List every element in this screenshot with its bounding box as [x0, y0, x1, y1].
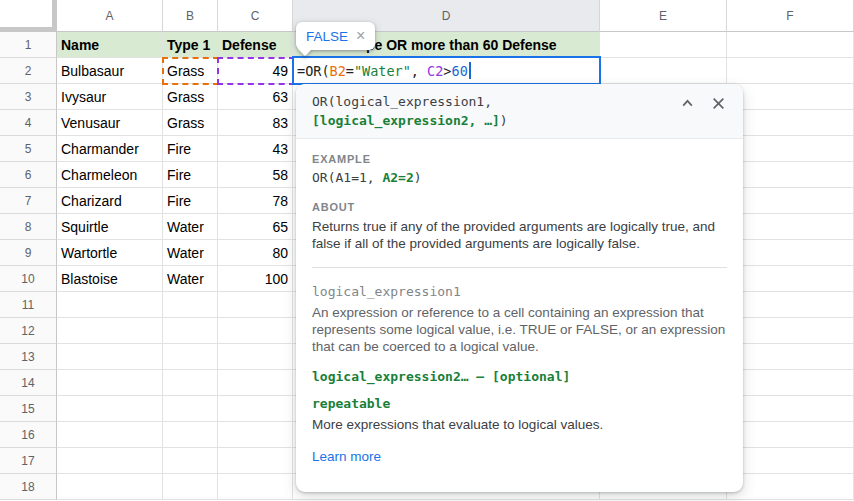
cell-C8[interactable]: 65 — [218, 214, 293, 240]
cell-C14[interactable] — [218, 370, 293, 396]
cell-C4[interactable]: 83 — [218, 110, 293, 136]
cell-F8[interactable] — [727, 214, 854, 240]
cell-F3[interactable] — [727, 84, 854, 110]
cell-F6[interactable] — [727, 162, 854, 188]
cell-B17[interactable] — [163, 448, 218, 474]
cell-A3[interactable]: Ivysaur — [57, 84, 163, 110]
cell-F5[interactable] — [727, 136, 854, 162]
cell-C3[interactable]: 63 — [218, 84, 293, 110]
cell-F1[interactable] — [727, 32, 854, 58]
row-header-7[interactable]: 7 — [0, 188, 57, 214]
row-header-11[interactable]: 11 — [0, 292, 57, 318]
cell-C7[interactable]: 78 — [218, 188, 293, 214]
cell-F13[interactable] — [727, 344, 854, 370]
collapse-button[interactable] — [679, 95, 695, 111]
cell-F11[interactable] — [727, 292, 854, 318]
cell-A4[interactable]: Venusaur — [57, 110, 163, 136]
close-icon[interactable]: × — [356, 28, 365, 44]
cell-A15[interactable] — [57, 396, 163, 422]
row-header-15[interactable]: 15 — [0, 396, 57, 422]
cell-C16[interactable] — [218, 422, 293, 448]
cell-B1[interactable]: Type 1 — [163, 32, 218, 58]
select-all-corner[interactable] — [0, 0, 57, 32]
cell-C9[interactable]: 80 — [218, 240, 293, 266]
cell-A1[interactable]: Name — [57, 32, 163, 58]
cell-B10[interactable]: Water — [163, 266, 218, 292]
cell-C15[interactable] — [218, 396, 293, 422]
cell-B16[interactable] — [163, 422, 218, 448]
row-header-9[interactable]: 9 — [0, 240, 57, 266]
cell-F15[interactable] — [727, 396, 854, 422]
close-popup-button[interactable] — [710, 95, 726, 111]
row-header-5[interactable]: 5 — [0, 136, 57, 162]
cell-B5[interactable]: Fire — [163, 136, 218, 162]
formula-editor[interactable]: =OR(B2="Water", C2>60 — [292, 56, 601, 85]
cell-F16[interactable] — [727, 422, 854, 448]
row-header-2[interactable]: 2 — [0, 58, 57, 84]
cell-A8[interactable]: Squirtle — [57, 214, 163, 240]
row-header-12[interactable]: 12 — [0, 318, 57, 344]
column-header-F[interactable]: F — [727, 0, 854, 32]
cell-B9[interactable]: Water — [163, 240, 218, 266]
cell-A2[interactable]: Bulbasaur — [57, 58, 163, 84]
column-header-E[interactable]: E — [600, 0, 727, 32]
cell-F17[interactable] — [727, 448, 854, 474]
cell-C10[interactable]: 100 — [218, 266, 293, 292]
cell-B7[interactable]: Fire — [163, 188, 218, 214]
cell-F4[interactable] — [727, 110, 854, 136]
cell-F12[interactable] — [727, 318, 854, 344]
cell-C5[interactable]: 43 — [218, 136, 293, 162]
row-header-13[interactable]: 13 — [0, 344, 57, 370]
cell-C2[interactable]: 49 — [218, 58, 293, 84]
cell-C1[interactable]: Defense — [218, 32, 293, 58]
row-header-18[interactable]: 18 — [0, 474, 57, 500]
cell-B13[interactable] — [163, 344, 218, 370]
cell-A12[interactable] — [57, 318, 163, 344]
cell-A7[interactable]: Charizard — [57, 188, 163, 214]
cell-B8[interactable]: Water — [163, 214, 218, 240]
cell-A6[interactable]: Charmeleon — [57, 162, 163, 188]
cell-F2[interactable] — [727, 58, 854, 84]
cell-C11[interactable] — [218, 292, 293, 318]
row-header-10[interactable]: 10 — [0, 266, 57, 292]
cell-B11[interactable] — [163, 292, 218, 318]
row-header-1[interactable]: 1 — [0, 32, 57, 58]
row-header-4[interactable]: 4 — [0, 110, 57, 136]
cell-A11[interactable] — [57, 292, 163, 318]
cell-A13[interactable] — [57, 344, 163, 370]
row-header-16[interactable]: 16 — [0, 422, 57, 448]
row-header-3[interactable]: 3 — [0, 84, 57, 110]
cell-B18[interactable] — [163, 474, 218, 500]
cell-A9[interactable]: Wartortle — [57, 240, 163, 266]
cell-B3[interactable]: Grass — [163, 84, 218, 110]
cell-F7[interactable] — [727, 188, 854, 214]
cell-C13[interactable] — [218, 344, 293, 370]
cell-A18[interactable] — [57, 474, 163, 500]
column-header-B[interactable]: B — [163, 0, 218, 32]
cell-E2[interactable] — [600, 58, 727, 84]
row-header-6[interactable]: 6 — [0, 162, 57, 188]
cell-B12[interactable] — [163, 318, 218, 344]
cell-F14[interactable] — [727, 370, 854, 396]
row-header-8[interactable]: 8 — [0, 214, 57, 240]
cell-E1[interactable] — [600, 32, 727, 58]
column-header-C[interactable]: C — [218, 0, 293, 32]
cell-F18[interactable] — [727, 474, 854, 500]
cell-F10[interactable] — [727, 266, 854, 292]
cell-F9[interactable] — [727, 240, 854, 266]
cell-B6[interactable]: Fire — [163, 162, 218, 188]
cell-A16[interactable] — [57, 422, 163, 448]
row-header-17[interactable]: 17 — [0, 448, 57, 474]
cell-A17[interactable] — [57, 448, 163, 474]
cell-B14[interactable] — [163, 370, 218, 396]
cell-B4[interactable]: Grass — [163, 110, 218, 136]
cell-C17[interactable] — [218, 448, 293, 474]
cell-A5[interactable]: Charmander — [57, 136, 163, 162]
cell-B2[interactable]: Grass — [163, 58, 218, 84]
cell-C12[interactable] — [218, 318, 293, 344]
learn-more-link[interactable]: Learn more — [312, 449, 381, 464]
row-header-14[interactable]: 14 — [0, 370, 57, 396]
cell-C18[interactable] — [218, 474, 293, 500]
cell-C6[interactable]: 58 — [218, 162, 293, 188]
column-header-A[interactable]: A — [57, 0, 163, 32]
